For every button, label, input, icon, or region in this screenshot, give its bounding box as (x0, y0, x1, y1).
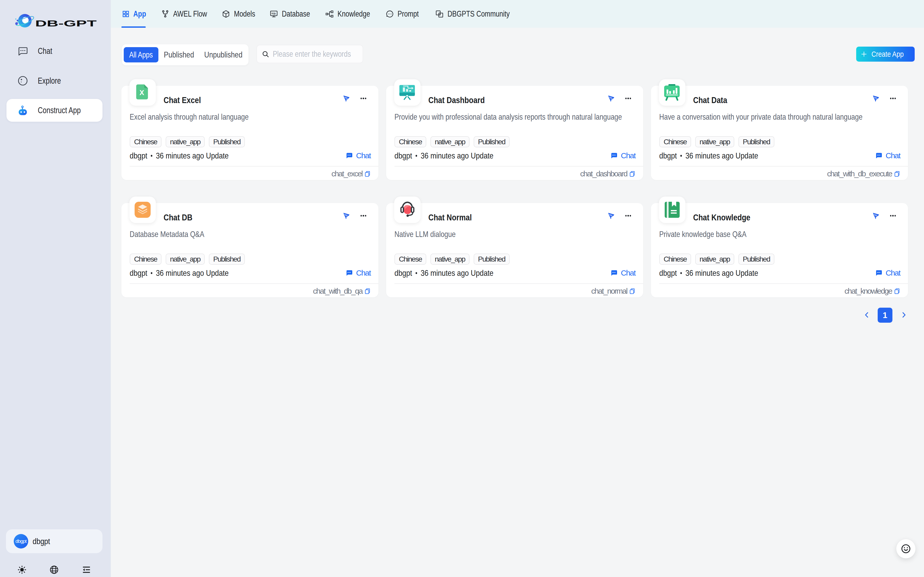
svg-text:SQL: SQL (272, 12, 276, 15)
